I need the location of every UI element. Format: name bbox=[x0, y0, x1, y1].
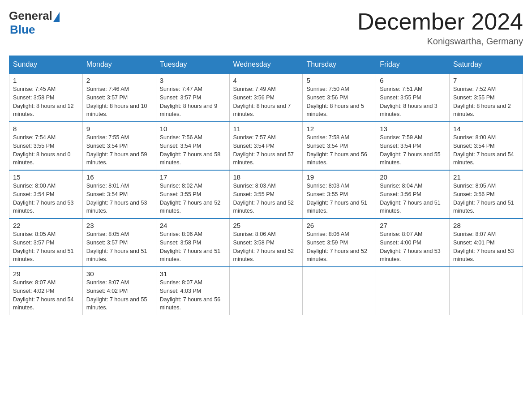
day-info: Sunrise: 7:47 AMSunset: 3:57 PMDaylight:… bbox=[160, 85, 226, 119]
day-info: Sunrise: 7:51 AMSunset: 3:55 PMDaylight:… bbox=[380, 85, 446, 119]
calendar-cell bbox=[450, 267, 523, 315]
day-info: Sunrise: 8:01 AMSunset: 3:54 PMDaylight:… bbox=[86, 182, 152, 215]
day-number: 6 bbox=[380, 77, 446, 84]
day-info: Sunrise: 7:46 AMSunset: 3:57 PMDaylight:… bbox=[86, 85, 152, 119]
day-number: 12 bbox=[306, 125, 372, 133]
weekday-header-saturday: Saturday bbox=[450, 56, 523, 74]
calendar-cell: 13Sunrise: 7:59 AMSunset: 3:54 PMDayligh… bbox=[376, 122, 450, 170]
calendar-cell: 16Sunrise: 8:01 AMSunset: 3:54 PMDayligh… bbox=[82, 170, 156, 218]
location-subtitle: Konigswartha, Germany bbox=[357, 36, 523, 47]
calendar-cell: 15Sunrise: 8:00 AMSunset: 3:54 PMDayligh… bbox=[9, 170, 83, 218]
calendar-cell bbox=[229, 267, 303, 315]
calendar-cell: 7Sunrise: 7:52 AMSunset: 3:55 PMDaylight… bbox=[450, 73, 523, 122]
day-number: 4 bbox=[233, 77, 299, 84]
day-info: Sunrise: 7:52 AMSunset: 3:55 PMDaylight:… bbox=[453, 85, 519, 119]
calendar-cell: 27Sunrise: 8:07 AMSunset: 4:00 PMDayligh… bbox=[376, 218, 450, 267]
day-info: Sunrise: 7:55 AMSunset: 3:54 PMDaylight:… bbox=[86, 133, 152, 167]
calendar-cell: 29Sunrise: 8:07 AMSunset: 4:02 PMDayligh… bbox=[9, 267, 83, 315]
day-number: 26 bbox=[306, 222, 372, 229]
day-number: 28 bbox=[453, 222, 519, 229]
calendar-cell: 22Sunrise: 8:05 AMSunset: 3:57 PMDayligh… bbox=[9, 218, 83, 267]
calendar-cell: 24Sunrise: 8:06 AMSunset: 3:58 PMDayligh… bbox=[156, 218, 229, 267]
calendar-cell bbox=[376, 267, 450, 315]
weekday-header-friday: Friday bbox=[376, 56, 450, 74]
day-number: 15 bbox=[13, 173, 79, 181]
weekday-header-tuesday: Tuesday bbox=[156, 56, 229, 74]
day-info: Sunrise: 7:57 AMSunset: 3:54 PMDaylight:… bbox=[233, 133, 299, 167]
day-info: Sunrise: 8:00 AMSunset: 3:54 PMDaylight:… bbox=[13, 182, 79, 215]
calendar-cell: 11Sunrise: 7:57 AMSunset: 3:54 PMDayligh… bbox=[229, 122, 303, 170]
calendar-cell: 8Sunrise: 7:54 AMSunset: 3:55 PMDaylight… bbox=[9, 122, 83, 170]
month-year-title: December 2024 bbox=[357, 9, 523, 34]
calendar-week-row: 29Sunrise: 8:07 AMSunset: 4:02 PMDayligh… bbox=[9, 267, 523, 315]
day-number: 22 bbox=[13, 222, 79, 229]
calendar-week-row: 22Sunrise: 8:05 AMSunset: 3:57 PMDayligh… bbox=[9, 218, 523, 267]
day-number: 1 bbox=[13, 77, 79, 84]
weekday-header-thursday: Thursday bbox=[303, 56, 376, 74]
day-info: Sunrise: 8:06 AMSunset: 3:59 PMDaylight:… bbox=[306, 230, 372, 264]
page-header: General Blue December 2024 Konigswartha,… bbox=[9, 9, 523, 47]
calendar-cell: 1Sunrise: 7:45 AMSunset: 3:58 PMDaylight… bbox=[9, 73, 83, 122]
day-info: Sunrise: 8:05 AMSunset: 3:56 PMDaylight:… bbox=[453, 182, 519, 215]
calendar-cell: 23Sunrise: 8:05 AMSunset: 3:57 PMDayligh… bbox=[82, 218, 156, 267]
day-number: 5 bbox=[306, 77, 372, 84]
calendar-cell: 3Sunrise: 7:47 AMSunset: 3:57 PMDaylight… bbox=[156, 73, 229, 122]
calendar-cell: 19Sunrise: 8:03 AMSunset: 3:55 PMDayligh… bbox=[303, 170, 376, 218]
calendar-cell bbox=[303, 267, 376, 315]
day-info: Sunrise: 7:59 AMSunset: 3:54 PMDaylight:… bbox=[380, 133, 446, 167]
day-info: Sunrise: 8:07 AMSunset: 4:00 PMDaylight:… bbox=[380, 230, 446, 264]
day-info: Sunrise: 8:07 AMSunset: 4:01 PMDaylight:… bbox=[453, 230, 519, 264]
day-number: 13 bbox=[380, 125, 446, 133]
day-info: Sunrise: 8:05 AMSunset: 3:57 PMDaylight:… bbox=[86, 230, 152, 264]
title-area: December 2024 Konigswartha, Germany bbox=[357, 9, 523, 47]
day-number: 14 bbox=[453, 125, 519, 133]
day-info: Sunrise: 8:07 AMSunset: 4:03 PMDaylight:… bbox=[160, 278, 226, 312]
day-number: 16 bbox=[86, 173, 152, 181]
calendar-cell: 31Sunrise: 8:07 AMSunset: 4:03 PMDayligh… bbox=[156, 267, 229, 315]
logo-triangle-icon bbox=[53, 12, 60, 22]
calendar-cell: 10Sunrise: 7:56 AMSunset: 3:54 PMDayligh… bbox=[156, 122, 229, 170]
calendar-week-row: 1Sunrise: 7:45 AMSunset: 3:58 PMDaylight… bbox=[9, 73, 523, 122]
day-number: 10 bbox=[160, 125, 226, 133]
calendar-header-row: SundayMondayTuesdayWednesdayThursdayFrid… bbox=[9, 56, 523, 74]
day-number: 25 bbox=[233, 222, 299, 229]
day-info: Sunrise: 8:06 AMSunset: 3:58 PMDaylight:… bbox=[233, 230, 299, 264]
day-number: 9 bbox=[86, 125, 152, 133]
calendar-cell: 9Sunrise: 7:55 AMSunset: 3:54 PMDaylight… bbox=[82, 122, 156, 170]
day-number: 11 bbox=[233, 125, 299, 133]
day-number: 8 bbox=[13, 125, 79, 133]
calendar-cell: 30Sunrise: 8:07 AMSunset: 4:02 PMDayligh… bbox=[82, 267, 156, 315]
day-number: 24 bbox=[160, 222, 226, 229]
logo: General Blue bbox=[9, 9, 60, 37]
day-info: Sunrise: 8:02 AMSunset: 3:55 PMDaylight:… bbox=[160, 182, 226, 215]
day-info: Sunrise: 7:54 AMSunset: 3:55 PMDaylight:… bbox=[13, 133, 79, 167]
calendar-cell: 28Sunrise: 8:07 AMSunset: 4:01 PMDayligh… bbox=[450, 218, 523, 267]
day-number: 23 bbox=[86, 222, 152, 229]
day-number: 20 bbox=[380, 173, 446, 181]
day-number: 18 bbox=[233, 173, 299, 181]
day-info: Sunrise: 8:06 AMSunset: 3:58 PMDaylight:… bbox=[160, 230, 226, 264]
logo-general-text: General bbox=[9, 9, 52, 23]
day-info: Sunrise: 8:04 AMSunset: 3:56 PMDaylight:… bbox=[380, 182, 446, 215]
calendar-cell: 2Sunrise: 7:46 AMSunset: 3:57 PMDaylight… bbox=[82, 73, 156, 122]
day-number: 21 bbox=[453, 173, 519, 181]
day-info: Sunrise: 7:45 AMSunset: 3:58 PMDaylight:… bbox=[13, 85, 79, 119]
day-number: 2 bbox=[86, 77, 152, 84]
day-number: 31 bbox=[160, 270, 226, 278]
day-info: Sunrise: 7:49 AMSunset: 3:56 PMDaylight:… bbox=[233, 85, 299, 119]
calendar-cell: 26Sunrise: 8:06 AMSunset: 3:59 PMDayligh… bbox=[303, 218, 376, 267]
calendar-cell: 4Sunrise: 7:49 AMSunset: 3:56 PMDaylight… bbox=[229, 73, 303, 122]
day-info: Sunrise: 7:56 AMSunset: 3:54 PMDaylight:… bbox=[160, 133, 226, 167]
day-info: Sunrise: 7:58 AMSunset: 3:54 PMDaylight:… bbox=[306, 133, 372, 167]
day-info: Sunrise: 8:05 AMSunset: 3:57 PMDaylight:… bbox=[13, 230, 79, 264]
weekday-header-sunday: Sunday bbox=[9, 56, 83, 74]
day-info: Sunrise: 8:07 AMSunset: 4:02 PMDaylight:… bbox=[13, 278, 79, 312]
day-number: 27 bbox=[380, 222, 446, 229]
day-info: Sunrise: 8:03 AMSunset: 3:55 PMDaylight:… bbox=[233, 182, 299, 215]
day-number: 7 bbox=[453, 77, 519, 84]
day-info: Sunrise: 8:03 AMSunset: 3:55 PMDaylight:… bbox=[306, 182, 372, 215]
day-number: 17 bbox=[160, 173, 226, 181]
calendar-cell: 14Sunrise: 8:00 AMSunset: 3:54 PMDayligh… bbox=[450, 122, 523, 170]
calendar-week-row: 15Sunrise: 8:00 AMSunset: 3:54 PMDayligh… bbox=[9, 170, 523, 218]
calendar-cell: 5Sunrise: 7:50 AMSunset: 3:56 PMDaylight… bbox=[303, 73, 376, 122]
